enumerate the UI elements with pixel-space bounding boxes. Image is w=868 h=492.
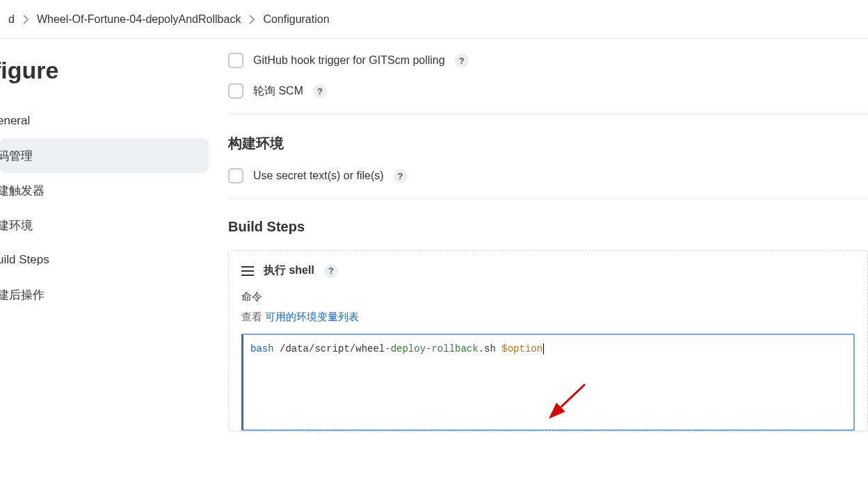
env-vars-line: 查看 可用的环境变量列表 — [241, 311, 855, 324]
help-icon[interactable]: ? — [313, 84, 327, 98]
trigger-github-label: GitHub hook trigger for GITScm polling — [253, 54, 445, 67]
sidebar: figure eneral 码管理 建触发器 建环境 uild Steps 建后… — [0, 39, 209, 492]
secret-label: Use secret text(s) or file(s) — [253, 170, 384, 182]
sidebar-item-general[interactable]: eneral — [0, 104, 209, 138]
trigger-github-row: GitHub hook trigger for GITScm polling ? — [228, 53, 868, 68]
breadcrumb: d Wheel-Of-Fortune-04-depolyAndRollback … — [0, 0, 868, 39]
sidebar-item-postbuild[interactable]: 建后操作 — [0, 277, 209, 312]
checkbox-secret[interactable] — [228, 168, 243, 183]
help-icon[interactable]: ? — [394, 169, 408, 183]
divider — [228, 114, 868, 115]
divider — [228, 199, 868, 199]
trigger-pollscm-label: 轮询 SCM — [253, 84, 303, 99]
breadcrumb-item-0[interactable]: d — [6, 13, 17, 26]
code-token-tail: .sh — [479, 343, 502, 354]
code-token-dash: -deploy-rollback — [385, 343, 478, 354]
text-caret — [543, 343, 544, 354]
secret-row: Use secret text(s) or file(s) ? — [228, 168, 868, 183]
checkbox-pollscm[interactable] — [228, 83, 243, 99]
code-token-path: /data/script/wheel — [280, 343, 385, 354]
build-step-shell: 执行 shell ? 命令 查看 可用的环境变量列表 bash /data/sc… — [228, 250, 868, 432]
page-title: figure — [0, 57, 209, 84]
breadcrumb-item-1[interactable]: Wheel-Of-Fortune-04-depolyAndRollback — [34, 13, 243, 26]
sidebar-item-buildsteps[interactable]: uild Steps — [0, 243, 209, 277]
checkbox-github-trigger[interactable] — [228, 53, 243, 68]
chevron-right-icon — [243, 15, 260, 24]
sidebar-item-env[interactable]: 建环境 — [0, 208, 209, 243]
sidebar-item-triggers[interactable]: 建触发器 — [0, 173, 209, 208]
shell-command-input[interactable]: bash /data/script/wheel-deploy-rollback.… — [241, 334, 855, 431]
help-icon[interactable]: ? — [455, 54, 469, 67]
breadcrumb-item-2[interactable]: Configuration — [260, 13, 332, 26]
trigger-pollscm-row: 轮询 SCM ? — [228, 83, 868, 99]
section-build-env: 构建环境 — [228, 134, 868, 153]
build-step-title: 执行 shell — [264, 263, 314, 278]
code-token-var: $option — [501, 343, 542, 354]
sidebar-item-scm[interactable]: 码管理 — [0, 138, 209, 173]
section-build-steps: Build Steps — [228, 219, 868, 235]
command-label: 命令 — [241, 290, 855, 304]
env-prefix: 查看 — [241, 311, 265, 322]
help-icon[interactable]: ? — [324, 264, 338, 278]
drag-handle-icon[interactable] — [241, 266, 254, 276]
chevron-right-icon — [17, 15, 34, 24]
code-token-cmd: bash — [250, 343, 274, 354]
main-content: GitHub hook trigger for GITScm polling ?… — [209, 39, 868, 492]
env-vars-link[interactable]: 可用的环境变量列表 — [265, 311, 359, 322]
sidebar-menu: eneral 码管理 建触发器 建环境 uild Steps 建后操作 — [0, 104, 209, 312]
